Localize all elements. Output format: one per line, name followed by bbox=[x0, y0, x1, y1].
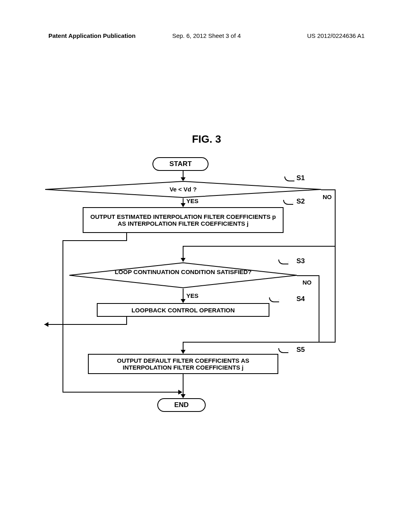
s2-text: OUTPUT ESTIMATED INTERPOLATION FILTER CO… bbox=[88, 213, 278, 227]
arrow-line bbox=[183, 246, 336, 247]
arrow-line bbox=[183, 374, 184, 396]
arrow-line bbox=[321, 189, 336, 190]
header-publication: Patent Application Publication bbox=[48, 32, 136, 39]
s1-decision: Ve < Vd ? bbox=[44, 181, 322, 198]
header-date-sheet: Sep. 6, 2012 Sheet 3 of 4 bbox=[172, 32, 241, 39]
start-label: START bbox=[169, 160, 192, 168]
ref-curve bbox=[269, 297, 279, 302]
s5-process: OUTPUT DEFAULT FILTER COEFFICIENTS AS IN… bbox=[88, 354, 278, 374]
arrow-line bbox=[335, 189, 336, 343]
s3-text-inner: LOOP CONTINUATION CONDITION SATISFIED? bbox=[115, 268, 251, 275]
figure-title: FIG. 3 bbox=[192, 133, 221, 145]
s1-no: NO bbox=[323, 193, 332, 200]
arrowhead-icon bbox=[181, 299, 186, 303]
s2-label: S2 bbox=[296, 197, 305, 206]
start-terminator: START bbox=[152, 157, 209, 171]
header-patent-number: US 2012/0224636 A1 bbox=[307, 32, 365, 39]
arrowhead-icon bbox=[181, 394, 186, 398]
arrow-line bbox=[63, 240, 63, 393]
end-terminator: END bbox=[157, 398, 206, 412]
s5-text: OUTPUT DEFAULT FILTER COEFFICIENTS AS IN… bbox=[94, 357, 273, 371]
s3-text: LOOP CONTINUATION CONDITION SATISFIED? bbox=[69, 268, 298, 275]
arrowhead-icon bbox=[44, 322, 48, 327]
s1-yes: YES bbox=[186, 197, 198, 204]
arrow-line bbox=[183, 246, 184, 260]
s3-no: NO bbox=[302, 279, 312, 286]
arrow-line bbox=[126, 233, 127, 241]
s1-text: Ve < Vd ? bbox=[44, 186, 322, 193]
diamond-icon bbox=[69, 262, 298, 289]
s2-process: OUTPUT ESTIMATED INTERPOLATION FILTER CO… bbox=[83, 207, 284, 233]
s4-process: LOOPBACK CONTROL OPERATION bbox=[97, 303, 269, 317]
s5-label: S5 bbox=[296, 346, 305, 354]
arrow-line bbox=[126, 317, 127, 325]
s3-yes: YES bbox=[186, 292, 198, 299]
page-header: Patent Application Publication Sep. 6, 2… bbox=[0, 32, 413, 39]
end-label: END bbox=[174, 401, 189, 409]
svg-marker-1 bbox=[69, 263, 297, 288]
s1-label: S1 bbox=[296, 174, 305, 182]
arrow-line bbox=[183, 342, 336, 343]
arrowhead-icon bbox=[181, 203, 186, 207]
arrow-line bbox=[44, 324, 127, 325]
ref-curve bbox=[283, 200, 293, 205]
s4-label: S4 bbox=[296, 295, 305, 303]
arrowhead-icon bbox=[181, 350, 186, 354]
flowchart: START Ve < Vd ? S1 YES NO OUTPUT ESTIMAT… bbox=[44, 157, 363, 407]
arrow-line bbox=[63, 240, 127, 241]
s4-text: LOOPBACK CONTROL OPERATION bbox=[131, 307, 235, 314]
arrow-line bbox=[319, 275, 319, 343]
s3-decision: LOOP CONTINUATION CONDITION SATISFIED? bbox=[69, 262, 298, 289]
arrowhead-icon bbox=[181, 258, 186, 262]
arrow-line bbox=[63, 392, 179, 393]
s3-label: S3 bbox=[296, 257, 305, 265]
ref-curve bbox=[278, 348, 288, 353]
arrow-line bbox=[297, 275, 319, 276]
